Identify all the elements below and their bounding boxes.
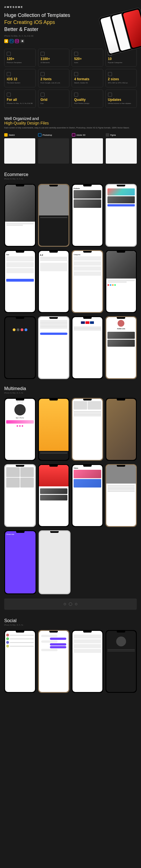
figma-icon: ◉	[20, 39, 24, 43]
organized-desc: Each screen is fully customizable, easy …	[4, 126, 137, 129]
organized-title: Well Organized and High-Quality Design F…	[4, 116, 137, 125]
file-col-figma: Figma	[106, 133, 137, 164]
feature-icon	[74, 93, 78, 96]
sketch-icon	[4, 133, 8, 136]
phone-mockup	[106, 464, 137, 527]
audio-player-bar	[4, 598, 137, 610]
feature-icon	[7, 72, 10, 75]
feature-card: 2 sizes375 x 667 px 375 x 812 px	[106, 69, 137, 87]
phone-mockup	[72, 398, 103, 461]
phone-mockup	[39, 530, 71, 594]
feature-icon	[7, 93, 10, 96]
play-icon	[69, 602, 72, 606]
feature-icon	[74, 52, 78, 55]
feature-card: 2 fontsFrom Google, Lato & Lora	[38, 69, 69, 87]
feature-icon	[40, 52, 44, 55]
phone-mockup	[72, 630, 103, 693]
file-col-sketch: Sketch	[4, 133, 35, 164]
ecommerce-title: Ecommerce	[4, 172, 137, 177]
ecommerce-row-1: Products	[4, 184, 137, 247]
feature-icon	[74, 72, 78, 75]
feature-card: UpdatesUlimted access to free udpates	[106, 90, 137, 108]
phone-mockup: Now PlayingApple of My Eye	[4, 398, 36, 461]
phone-mockup	[106, 630, 137, 693]
feature-card: 120+Premium Templates	[4, 49, 36, 67]
feature-icon	[40, 72, 44, 75]
sketch-icon: ◆	[4, 39, 8, 43]
phone-mockup: Amilia Luna	[106, 316, 137, 379]
phone-mockup	[4, 316, 36, 379]
file-formats-row: Sketch Photoshop Adobe XD Figma	[4, 133, 137, 164]
phone-mockup	[106, 250, 137, 313]
feature-icon	[40, 93, 44, 96]
phone-mockup	[38, 184, 69, 247]
phone-mockup: Chosen date	[4, 530, 36, 594]
phone-mockup: Videos	[72, 464, 103, 527]
feature-icon	[108, 93, 111, 96]
phone-mockup	[4, 464, 36, 527]
multimedia-row-2: Videos	[4, 464, 137, 527]
xd-icon	[72, 133, 75, 136]
multimedia-row-3: Chosen date	[4, 530, 70, 594]
social-subtitle: iPhone Xs Max, Xr, X, Xs	[4, 624, 137, 626]
ecommerce-subtitle: iPhone Xs Max, Xr, X, Xs	[4, 178, 137, 180]
phone-mockup	[4, 630, 36, 693]
file-col-xd: Adobe XD	[72, 133, 103, 164]
prev-icon	[64, 603, 66, 605]
photoshop-icon: Ps	[9, 39, 13, 43]
xd-preview	[72, 138, 103, 164]
phone-mockup: Cart	[4, 250, 36, 313]
phone-mockup	[106, 184, 137, 247]
photoshop-preview	[38, 138, 69, 164]
feature-card: 4 formatsSketch, Adobe XD	[72, 69, 103, 87]
multimedia-row-1: Now PlayingApple of My Eye	[4, 398, 137, 461]
feature-icon	[108, 52, 111, 55]
phone-mockup	[38, 316, 69, 379]
hero-line2: For Creating iOS Apps	[4, 20, 55, 25]
feature-icon	[7, 52, 10, 55]
brand-logo: AWESOME	[4, 6, 137, 8]
next-icon	[75, 603, 77, 605]
phone-mockup: Products	[72, 184, 103, 247]
photoshop-icon	[38, 133, 41, 136]
hero-section: Huge Collection of Templates For Creatin…	[4, 12, 137, 43]
feature-card: 1100+UI Elements	[38, 49, 69, 67]
multimedia-title: Multimedia	[4, 386, 137, 391]
phone-mockup	[38, 630, 69, 693]
hero-line1: Huge Collection of Templates	[4, 12, 70, 18]
phone-mockup	[4, 184, 36, 247]
social-row-1	[4, 630, 137, 693]
phone-mockup	[38, 464, 69, 527]
multimedia-subtitle: iPhone Xs Max, Xr, X, Xs	[4, 392, 137, 394]
phone-mockup	[38, 398, 69, 461]
figma-preview	[106, 138, 137, 164]
social-title: Social	[4, 618, 137, 623]
ecommerce-row-2: Cart 4.2 Categories	[4, 250, 137, 313]
file-col-photoshop: Photoshop	[38, 133, 69, 164]
phone-mockup	[72, 316, 103, 379]
feature-icon	[108, 72, 111, 75]
hero-line3: Better & Faster	[4, 27, 38, 32]
figma-icon	[106, 133, 109, 136]
phone-mockup: 4.2	[38, 250, 69, 313]
sketch-preview	[4, 138, 35, 164]
feature-card: Grid8 px	[38, 90, 69, 108]
feature-card: QualityPixel Perfect Design	[72, 90, 103, 108]
phone-mockup: Categories	[72, 250, 103, 313]
ecommerce-row-3: Amilia Luna	[4, 316, 137, 379]
phone-mockup	[106, 398, 137, 461]
feature-card: For alliPhones Xs Max, Xr, X, Xs, 8 & SE	[4, 90, 36, 108]
xd-icon: Xd	[15, 39, 19, 43]
feature-card: iOS 12The latest System	[4, 69, 36, 87]
